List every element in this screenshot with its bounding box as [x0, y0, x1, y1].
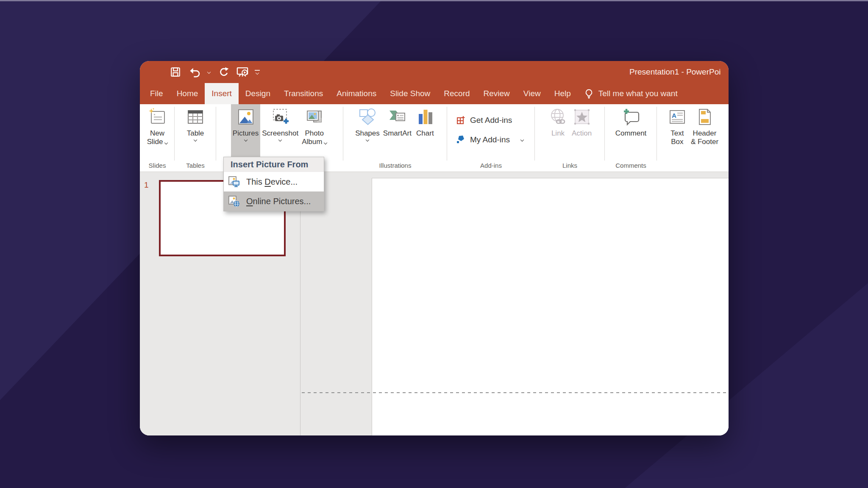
photo-album-label-2: Album: [302, 138, 327, 146]
action-button[interactable]: Action: [570, 104, 594, 157]
comment-label: Comment: [615, 129, 647, 138]
screenshot-label: Screenshot: [262, 129, 298, 138]
undo-dropdown-button[interactable]: [203, 64, 214, 80]
slide-thumbnail-panel: 1: [140, 172, 300, 435]
group-label-addins: Add-ins: [447, 162, 535, 169]
smartart-button[interactable]: SmartArt: [381, 104, 413, 157]
ribbon-tab-bar: File Home Insert Design Transitions Anim…: [140, 83, 729, 104]
get-addins-icon: [456, 115, 466, 125]
background-top-strip: [0, 0, 868, 1]
photo-album-icon: [304, 107, 325, 127]
undo-icon: [189, 67, 200, 78]
customize-qat-button[interactable]: [252, 64, 263, 80]
ribbon-group-text: A Text Box Header & Footer: [657, 104, 729, 172]
save-icon: [170, 67, 181, 78]
screenshot-button[interactable]: Screenshot: [260, 104, 300, 157]
my-addins-button[interactable]: My Add-ins: [447, 133, 535, 147]
tab-file[interactable]: File: [143, 83, 170, 104]
smartart-icon: [387, 107, 407, 127]
action-label: Action: [572, 129, 592, 138]
tab-record[interactable]: Record: [437, 83, 476, 104]
shapes-button[interactable]: Shapes: [353, 104, 381, 157]
ribbon-group-slides: New Slide Slides: [140, 104, 175, 172]
menu-item-label: Online Pictures...: [246, 197, 311, 206]
powerpoint-window: Presentation1 - PowerPoi File Home Inser…: [140, 61, 729, 435]
repeat-button[interactable]: [214, 64, 233, 80]
start-presentation-icon: [236, 66, 249, 78]
link-button[interactable]: Link: [546, 104, 570, 157]
comment-icon: [621, 107, 641, 127]
placeholder-dashed-guide: [302, 392, 729, 393]
undo-button[interactable]: [185, 64, 203, 80]
window-title: Presentation1 - PowerPoi: [629, 61, 721, 83]
chart-button[interactable]: Chart: [413, 104, 437, 157]
ribbon-group-tables: Table Tables: [175, 104, 216, 172]
tell-me-box[interactable]: Tell me what you want: [578, 83, 678, 104]
repeat-icon: [218, 67, 230, 78]
chart-label: Chart: [416, 129, 434, 138]
chevron-down-icon: [207, 70, 211, 74]
customize-qat-icon: [255, 70, 260, 74]
chevron-down-icon: [324, 141, 327, 144]
tab-design[interactable]: Design: [239, 83, 277, 104]
photo-album-button[interactable]: Photo Album: [300, 104, 328, 157]
slide-canvas[interactable]: [372, 178, 729, 435]
menu-item-label: This Device...: [246, 177, 298, 187]
pictures-button[interactable]: Pictures: [231, 104, 260, 157]
link-label: Link: [551, 129, 565, 138]
online-pictures-icon: [228, 195, 240, 208]
menu-item-online-pictures[interactable]: Online Pictures...: [224, 191, 324, 211]
tab-review[interactable]: Review: [477, 83, 517, 104]
header-footer-label-1: Header: [693, 129, 717, 138]
new-slide-icon: [147, 107, 167, 127]
group-label-links: Links: [535, 162, 605, 169]
lightbulb-icon: [584, 89, 594, 99]
tab-transitions[interactable]: Transitions: [277, 83, 330, 104]
my-addins-label: My Add-ins: [470, 135, 510, 144]
text-box-button[interactable]: A Text Box: [665, 104, 689, 157]
tab-view[interactable]: View: [517, 83, 548, 104]
chart-icon: [415, 107, 435, 127]
tab-insert[interactable]: Insert: [205, 83, 239, 104]
quick-access-toolbar: [166, 64, 263, 80]
get-addins-label: Get Add-ins: [470, 116, 512, 125]
link-icon: [548, 107, 568, 127]
get-addins-button[interactable]: Get Add-ins: [447, 114, 535, 127]
group-label-tables: Tables: [175, 162, 216, 169]
header-footer-label-2: & Footer: [691, 138, 718, 146]
new-slide-button[interactable]: New Slide: [145, 104, 170, 157]
chevron-down-icon: [278, 138, 282, 141]
chevron-down-icon: [164, 141, 168, 144]
text-box-icon: A: [667, 107, 687, 127]
header-footer-button[interactable]: Header & Footer: [689, 104, 720, 157]
svg-text:A: A: [672, 112, 676, 119]
this-device-icon: [228, 175, 240, 188]
ribbon-group-links: Link Action Links: [535, 104, 605, 172]
table-label: Table: [187, 129, 204, 138]
table-icon: [185, 107, 206, 127]
text-box-label-2: Box: [671, 138, 683, 146]
pictures-icon: [236, 107, 256, 127]
shapes-label: Shapes: [355, 129, 380, 138]
action-icon: [572, 107, 592, 127]
menu-header: Insert Picture From: [224, 157, 324, 172]
insert-picture-dropdown-menu: Insert Picture From This Device...: [223, 157, 324, 211]
chevron-down-icon: [366, 138, 369, 141]
tab-animations[interactable]: Animations: [330, 83, 383, 104]
menu-item-this-device[interactable]: This Device...: [224, 172, 324, 191]
table-button[interactable]: Table: [184, 104, 207, 157]
tab-home[interactable]: Home: [170, 83, 205, 104]
screenshot-icon: [270, 107, 290, 127]
smartart-label: SmartArt: [383, 129, 412, 138]
text-box-label-1: Text: [670, 129, 684, 138]
comment-button[interactable]: Comment: [614, 104, 648, 157]
chevron-down-icon: [520, 138, 524, 141]
my-addins-icon: [456, 135, 466, 145]
ribbon-group-illustrations: Shapes SmartArt: [343, 104, 447, 172]
tab-help[interactable]: Help: [548, 83, 578, 104]
start-from-beginning-button[interactable]: [233, 64, 252, 80]
save-button[interactable]: [166, 64, 185, 80]
tab-slide-show[interactable]: Slide Show: [383, 83, 437, 104]
new-slide-label-2: Slide: [147, 138, 168, 146]
header-footer-icon: [694, 107, 715, 127]
